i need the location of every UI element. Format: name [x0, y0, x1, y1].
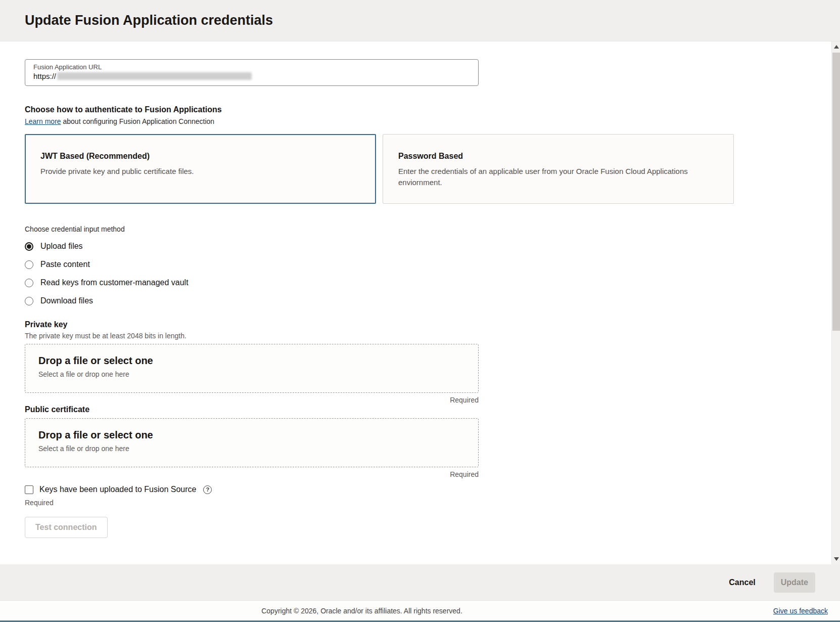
private-key-dropzone[interactable]: Drop a file or select one Select a file … — [25, 344, 479, 393]
radio-paste-content-label: Paste content — [40, 260, 90, 269]
cancel-button[interactable]: Cancel — [729, 578, 755, 587]
arrow-up-icon — [834, 45, 839, 49]
keys-uploaded-checkbox-row[interactable]: Keys have been uploaded to Fusion Source… — [25, 483, 807, 496]
radio-download-files[interactable]: Download files — [25, 292, 807, 310]
radio-download-files-label: Download files — [40, 296, 93, 305]
statusbar: Copyright © 2026, Oracle and/or its affi… — [0, 600, 840, 620]
public-certificate-heading: Public certificate — [25, 405, 807, 414]
radio-paste-content[interactable]: Paste content — [25, 255, 807, 274]
private-key-required-label: Required — [25, 396, 479, 404]
scroll-down-button[interactable] — [832, 555, 840, 563]
arrow-down-icon — [834, 557, 839, 561]
learn-more-text: about configuring Fusion Application Con… — [61, 117, 215, 125]
content: Fusion Application URL https:// Choose h… — [0, 41, 840, 564]
radio-read-keys-vault-label: Read keys from customer-managed vault — [40, 278, 189, 287]
radio-unselected-icon — [25, 279, 33, 287]
private-key-heading: Private key — [25, 320, 807, 329]
public-certificate-required-label: Required — [25, 470, 479, 478]
radio-upload-files[interactable]: Upload files — [25, 237, 807, 255]
page-title: Update Fusion Application credentials — [25, 13, 273, 28]
page-header: Update Fusion Application credentials — [0, 0, 840, 41]
auth-section-heading: Choose how to authenticate to Fusion App… — [25, 105, 807, 114]
public-certificate-dropzone-subtitle: Select a file or drop one here — [38, 445, 478, 453]
auth-card-password-description: Enter the credentials of an applicable u… — [398, 166, 712, 188]
radio-unselected-icon — [25, 297, 33, 305]
copyright-text: Copyright © 2026, Oracle and/or its affi… — [0, 607, 724, 615]
radio-read-keys-vault[interactable]: Read keys from customer-managed vault — [25, 274, 807, 292]
auth-card-password[interactable]: Password Based Enter the credentials of … — [383, 134, 734, 204]
learn-more-link[interactable]: Learn more — [25, 117, 61, 125]
fusion-url-input[interactable]: Fusion Application URL https:// — [25, 59, 479, 86]
scrollbar-thumb[interactable] — [832, 53, 840, 331]
auth-card-jwt-description: Provide private key and public certifica… — [40, 166, 354, 177]
credential-input-method-radio-group: Upload files Paste content Read keys fro… — [25, 237, 807, 310]
learn-more-line: Learn more about configuring Fusion Appl… — [25, 117, 807, 125]
private-key-dropzone-subtitle: Select a file or drop one here — [38, 370, 478, 378]
public-certificate-dropzone-title: Drop a file or select one — [38, 429, 478, 441]
radio-upload-files-label: Upload files — [40, 242, 83, 251]
auth-card-jwt-title: JWT Based (Recommended) — [40, 152, 360, 161]
private-key-dropzone-title: Drop a file or select one — [38, 355, 478, 367]
scroll-up-button[interactable] — [832, 42, 840, 51]
page: Update Fusion Application credentials Fu… — [0, 0, 840, 622]
scrollbar[interactable] — [831, 41, 840, 564]
private-key-helper: The private key must be at least 2048 bi… — [25, 332, 807, 340]
redacted-url-value — [57, 72, 252, 80]
fusion-url-prefix: https:// — [33, 72, 56, 80]
give-feedback-link[interactable]: Give us feedback — [773, 607, 828, 615]
test-connection-button[interactable]: Test connection — [25, 517, 108, 538]
credential-input-method-label: Choose credential input method — [25, 225, 807, 233]
keys-uploaded-checkbox[interactable] — [25, 485, 33, 494]
auth-card-password-title: Password Based — [398, 152, 718, 161]
auth-card-jwt[interactable]: JWT Based (Recommended) Provide private … — [25, 134, 376, 204]
radio-selected-icon — [25, 242, 33, 251]
auth-method-cards: JWT Based (Recommended) Provide private … — [25, 134, 807, 204]
fusion-url-value: https:// — [33, 72, 470, 80]
keys-uploaded-required-label: Required — [25, 499, 807, 507]
update-button[interactable]: Update — [774, 572, 815, 593]
public-certificate-dropzone[interactable]: Drop a file or select one Select a file … — [25, 418, 479, 467]
fusion-url-label: Fusion Application URL — [33, 63, 470, 71]
footer-action-bar: Cancel Update — [0, 564, 840, 600]
radio-unselected-icon — [25, 260, 33, 269]
keys-uploaded-checkbox-label: Keys have been uploaded to Fusion Source — [39, 485, 196, 494]
help-icon[interactable]: ? — [203, 485, 212, 494]
